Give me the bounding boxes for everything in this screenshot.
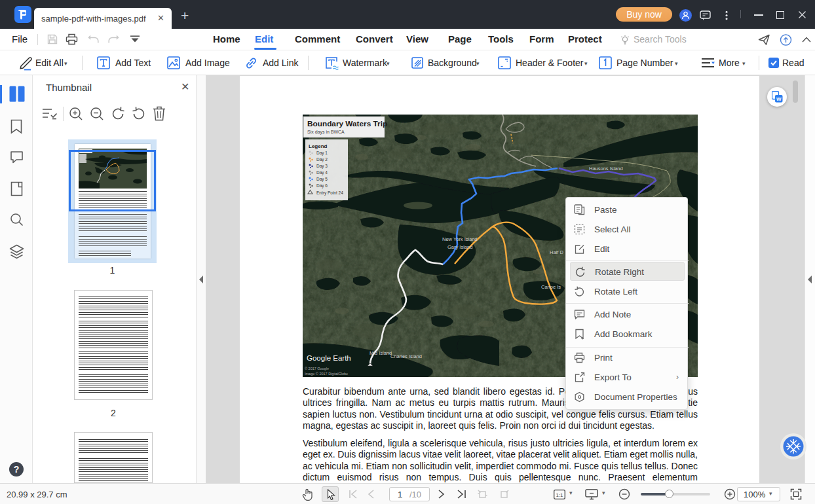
svg-text:New York Island: New York Island (442, 236, 478, 242)
svg-text:Canoe Is: Canoe Is (541, 284, 561, 290)
svg-text:Day 6: Day 6 (316, 183, 328, 189)
svg-text:Day 2: Day 2 (316, 157, 328, 162)
svg-text:Half D: Half D (550, 249, 563, 255)
svg-text:Legend: Legend (309, 143, 328, 149)
svg-text:Entry Point 24: Entry Point 24 (316, 190, 343, 196)
svg-text:Image © 2017 DigitalGlobe: Image © 2017 DigitalGlobe (305, 372, 348, 376)
svg-text:Day 5: Day 5 (316, 177, 328, 182)
svg-text:Day 3: Day 3 (316, 164, 328, 169)
svg-text:Boundary Waters Trip: Boundary Waters Trip (307, 119, 387, 128)
svg-text:Gary Island: Gary Island (447, 244, 472, 250)
svg-text:Mid Island: Mid Island (370, 350, 392, 356)
svg-text:1:1: 1:1 (556, 492, 563, 498)
svg-text:Google Earth: Google Earth (307, 354, 351, 362)
svg-text:Six days in BWCA: Six days in BWCA (307, 130, 345, 135)
svg-text:Day 4: Day 4 (316, 170, 328, 175)
svg-text:W: W (776, 96, 782, 102)
svg-text:Hausons Island: Hausons Island (589, 166, 623, 171)
svg-text:Day 1: Day 1 (316, 151, 328, 156)
svg-text:© 2017 Google: © 2017 Google (305, 367, 329, 370)
svg-text:Charles Island: Charles Island (390, 353, 422, 359)
